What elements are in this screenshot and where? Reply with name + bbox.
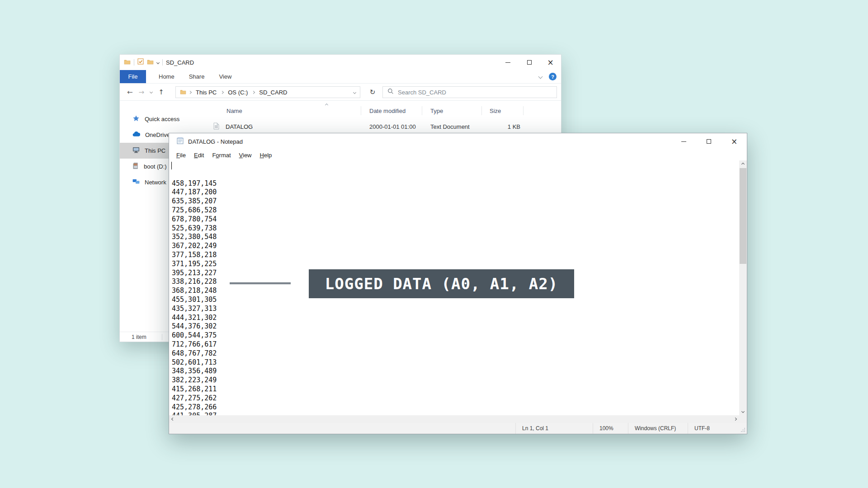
close-icon: × (731, 138, 737, 145)
tab-file[interactable]: File (120, 70, 146, 83)
file-size: 1 KB (482, 123, 524, 130)
close-button[interactable]: × (722, 133, 747, 150)
ribbon-tabs: File Home Share View ? (120, 70, 561, 84)
desktop: SD_CARD × File Home Share View ? ← → ↑ (0, 0, 868, 488)
text-document-icon (213, 122, 219, 131)
address-dropdown-chevron-icon[interactable] (353, 90, 356, 94)
divider (162, 59, 163, 66)
maximize-button[interactable] (519, 55, 540, 70)
minimize-button[interactable] (497, 55, 519, 70)
menu-file[interactable]: File (172, 152, 190, 159)
close-button[interactable]: × (540, 55, 561, 70)
text-line: 678,780,754 (172, 215, 739, 224)
sidebar-item-label: OneDrive (145, 131, 170, 138)
sidebar-item-label: Quick access (145, 116, 179, 122)
text-line: 427,275,262 (172, 394, 739, 403)
breadcrumb-chevron-icon (252, 90, 255, 94)
file-row-datalog[interactable]: DATALOG 2000-01-01 01:00 Text Document 1… (208, 120, 561, 133)
window-title: SD_CARD (166, 59, 194, 66)
menu-view[interactable]: View (235, 152, 256, 159)
column-header-type[interactable]: Type (422, 106, 482, 115)
sd-card-icon: SD (132, 162, 139, 171)
breadcrumb-chevron-icon (189, 90, 192, 94)
network-icon (132, 179, 140, 186)
text-line: 348,356,489 (172, 367, 739, 376)
notepad-statusbar: Ln 1, Col 1 100% Windows (CRLF) UTF-8 (169, 423, 747, 434)
sidebar-item-label: This PC (145, 147, 165, 154)
column-header-date-modified[interactable]: Date modified (361, 106, 422, 115)
breadcrumb-os-c[interactable]: OS (C:) (226, 89, 250, 96)
refresh-icon[interactable]: ↻ (367, 86, 378, 98)
breadcrumb-folder-icon (180, 88, 186, 96)
text-line: 367,202,249 (172, 242, 739, 251)
notepad-menubar: File Edit Format View Help (169, 150, 747, 160)
breadcrumb-chevron-icon (221, 90, 224, 94)
cloud-icon (132, 131, 140, 138)
tab-view[interactable]: View (212, 70, 239, 83)
text-line: 371,195,225 (172, 260, 739, 269)
search-icon (387, 88, 394, 96)
back-icon[interactable]: ← (127, 88, 133, 96)
column-header-size[interactable]: Size (482, 106, 524, 115)
breadcrumb-sd-card[interactable]: SD_CARD (257, 89, 289, 96)
scroll-left-icon[interactable] (169, 415, 177, 423)
computer-icon (132, 147, 140, 155)
maximize-button[interactable] (696, 133, 722, 150)
text-line: 502,601,713 (172, 358, 739, 367)
resize-grip-icon[interactable] (738, 423, 747, 434)
column-header-name[interactable]: Name (208, 106, 361, 115)
text-line: 444,321,302 (172, 314, 739, 323)
maximize-icon (707, 139, 711, 144)
address-bar[interactable]: This PC OS (C:) SD_CARD (175, 86, 360, 98)
horizontal-scrollbar[interactable] (169, 415, 739, 423)
divider (134, 59, 134, 66)
maximize-icon (527, 60, 532, 65)
sidebar-item-label: Network (145, 179, 166, 186)
tab-home[interactable]: Home (151, 70, 182, 83)
notepad-titlebar: DATALOG - Notepad × (169, 133, 747, 150)
star-icon (132, 115, 140, 123)
scroll-down-icon[interactable] (739, 408, 747, 415)
new-folder-icon[interactable] (147, 58, 154, 66)
file-date-modified: 2000-01-01 01:00 (361, 123, 422, 130)
minimize-button[interactable] (671, 133, 696, 150)
vertical-scrollbar[interactable] (739, 160, 747, 415)
close-icon: × (547, 59, 553, 66)
forward-icon: → (139, 88, 145, 96)
sidebar-item-quick-access[interactable]: Quick access (120, 111, 208, 127)
menu-format[interactable]: Format (208, 152, 235, 159)
navigation-bar: ← → ↑ This PC OS (C:) SD_CARD ↻ (120, 84, 561, 101)
explorer-titlebar: SD_CARD × (120, 55, 561, 70)
text-line: 435,327,313 (172, 305, 739, 314)
zoom-level: 100% (593, 423, 628, 434)
item-count: 1 item (132, 334, 146, 340)
scroll-right-icon[interactable] (731, 415, 739, 423)
search-input[interactable] (398, 89, 552, 96)
sidebar-item-label: boot (D:) (144, 163, 167, 170)
search-box (382, 86, 557, 98)
text-line: 635,385,207 (172, 197, 739, 206)
recent-locations-chevron-icon[interactable] (150, 90, 153, 94)
properties-check-icon[interactable] (137, 58, 144, 66)
menu-edit[interactable]: Edit (190, 152, 208, 159)
line-ending: Windows (CRLF) (628, 423, 688, 434)
vertical-scrollbar-thumb[interactable] (740, 168, 746, 264)
text-line: 441,305,287 (172, 412, 739, 415)
text-caret (171, 162, 172, 169)
scroll-up-icon[interactable] (739, 160, 747, 168)
help-icon[interactable]: ? (549, 73, 557, 80)
minimize-icon (505, 62, 510, 63)
up-icon[interactable]: ↑ (158, 88, 164, 96)
customize-qat-chevron-icon[interactable] (156, 61, 160, 64)
minimize-icon (681, 141, 686, 142)
file-type: Text Document (422, 123, 482, 130)
breadcrumb-this-pc[interactable]: This PC (194, 89, 218, 96)
text-line: 600,544,375 (172, 331, 739, 340)
tab-share[interactable]: Share (182, 70, 212, 83)
quick-access-toolbar (124, 58, 163, 66)
menu-help[interactable]: Help (256, 152, 276, 159)
expand-ribbon-chevron-icon[interactable] (538, 75, 543, 79)
window-controls: × (671, 133, 747, 150)
app-folder-icon (124, 58, 131, 66)
svg-text:SD: SD (133, 163, 137, 166)
